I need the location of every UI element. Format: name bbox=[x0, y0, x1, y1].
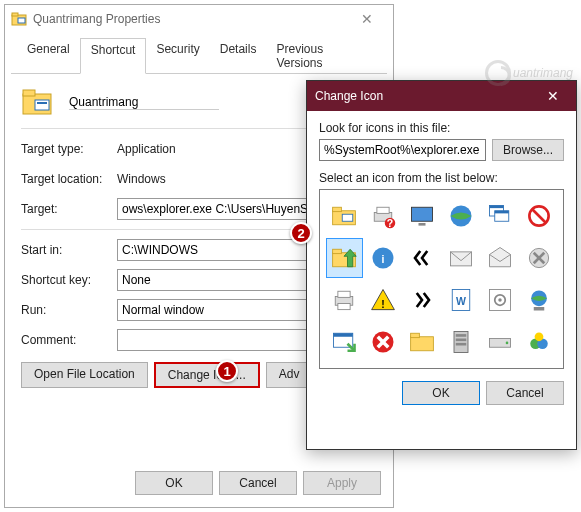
monitor-icon[interactable] bbox=[404, 196, 441, 236]
tab-details[interactable]: Details bbox=[210, 38, 267, 74]
change-icon-ok-button[interactable]: OK bbox=[402, 381, 480, 405]
svg-line-22 bbox=[532, 209, 546, 223]
ok-button[interactable]: OK bbox=[135, 471, 213, 495]
select-icon-label: Select an icon from the list below: bbox=[319, 171, 564, 185]
change-icon-cancel-button[interactable]: Cancel bbox=[486, 381, 564, 405]
error-icon[interactable] bbox=[365, 322, 402, 362]
icon-grid: ?i!W bbox=[319, 189, 564, 369]
cancel-circle-icon[interactable] bbox=[520, 238, 557, 278]
folder-shortcut-icon bbox=[11, 11, 27, 27]
svg-rect-47 bbox=[411, 337, 434, 351]
run-label: Run: bbox=[21, 303, 117, 317]
target-location-label: Target location: bbox=[21, 172, 117, 186]
printer-icon[interactable] bbox=[326, 280, 363, 320]
svg-rect-33 bbox=[338, 304, 350, 310]
no-entry-icon[interactable] bbox=[520, 196, 557, 236]
target-label: Target: bbox=[21, 202, 117, 216]
svg-rect-24 bbox=[333, 249, 342, 253]
tab-general[interactable]: General bbox=[17, 38, 80, 74]
svg-text:!: ! bbox=[381, 298, 385, 310]
svg-text:W: W bbox=[456, 295, 466, 307]
svg-text:?: ? bbox=[387, 217, 393, 229]
drive-icon[interactable] bbox=[481, 322, 518, 362]
svg-rect-43 bbox=[334, 333, 353, 337]
svg-rect-32 bbox=[338, 291, 350, 297]
svg-rect-1 bbox=[12, 13, 18, 16]
folder-up-icon[interactable] bbox=[326, 238, 363, 278]
change-icon-dialog: Change Icon ✕ Look for icons in this fil… bbox=[306, 80, 577, 450]
envelope-icon[interactable] bbox=[442, 238, 479, 278]
look-for-icons-label: Look for icons in this file: bbox=[319, 121, 564, 135]
titlebar: Quantrimang Properties ✕ bbox=[5, 5, 393, 33]
svg-rect-6 bbox=[37, 102, 47, 104]
chevrons-right-icon[interactable] bbox=[404, 280, 441, 320]
annotation-badge-2: 2 bbox=[290, 222, 312, 244]
svg-rect-20 bbox=[494, 211, 508, 214]
close-icon[interactable]: ✕ bbox=[538, 88, 568, 104]
shortcut-key-label: Shortcut key: bbox=[21, 273, 117, 287]
warning-icon[interactable]: ! bbox=[365, 280, 402, 320]
svg-rect-50 bbox=[456, 334, 467, 337]
target-type-label: Target type: bbox=[21, 142, 117, 156]
cancel-button[interactable]: Cancel bbox=[219, 471, 297, 495]
svg-rect-52 bbox=[456, 343, 467, 346]
svg-rect-9 bbox=[343, 214, 354, 221]
svg-point-54 bbox=[505, 342, 508, 345]
svg-rect-8 bbox=[333, 207, 342, 211]
msn-icon[interactable] bbox=[520, 322, 557, 362]
tabstrip: General Shortcut Security Details Previo… bbox=[11, 33, 387, 74]
annotation-badge-1: 1 bbox=[216, 360, 238, 382]
icon-path-input[interactable] bbox=[319, 139, 486, 161]
open-file-location-button[interactable]: Open File Location bbox=[21, 362, 148, 388]
comment-label: Comment: bbox=[21, 333, 117, 347]
change-icon-button[interactable]: Change Icon... bbox=[154, 362, 260, 388]
tab-previous-versions[interactable]: Previous Versions bbox=[266, 38, 381, 74]
printer-question-icon[interactable]: ? bbox=[365, 196, 402, 236]
svg-point-57 bbox=[534, 332, 543, 341]
tab-shortcut[interactable]: Shortcut bbox=[80, 38, 147, 74]
close-icon[interactable]: ✕ bbox=[347, 11, 387, 27]
svg-rect-15 bbox=[419, 223, 426, 226]
start-in-label: Start in: bbox=[21, 243, 117, 257]
footer-buttons: OK Cancel Apply bbox=[135, 471, 381, 495]
envelope-open-icon[interactable] bbox=[481, 238, 518, 278]
browse-button[interactable]: Browse... bbox=[492, 139, 564, 161]
tab-security[interactable]: Security bbox=[146, 38, 209, 74]
watermark-text: uantrimang bbox=[513, 66, 573, 80]
svg-rect-5 bbox=[35, 100, 49, 110]
windows-cascade-icon[interactable] bbox=[481, 196, 518, 236]
server-icon[interactable] bbox=[442, 322, 479, 362]
svg-rect-14 bbox=[412, 207, 433, 221]
globe-icon[interactable] bbox=[442, 196, 479, 236]
info-icon[interactable]: i bbox=[365, 238, 402, 278]
svg-rect-41 bbox=[533, 307, 544, 311]
folder-icon[interactable] bbox=[326, 196, 363, 236]
word-icon[interactable]: W bbox=[442, 280, 479, 320]
window-arrow-icon[interactable] bbox=[326, 322, 363, 362]
svg-rect-48 bbox=[411, 333, 420, 337]
shortcut-name-input[interactable] bbox=[69, 95, 219, 110]
folder-yellow-icon[interactable] bbox=[404, 322, 441, 362]
svg-text:i: i bbox=[382, 253, 385, 265]
change-icon-titlebar: Change Icon ✕ bbox=[307, 81, 576, 111]
network-globe-icon[interactable] bbox=[520, 280, 557, 320]
window-title: Quantrimang Properties bbox=[33, 12, 347, 26]
svg-rect-19 bbox=[489, 206, 503, 209]
svg-rect-4 bbox=[23, 90, 35, 96]
chevrons-left-icon[interactable] bbox=[404, 238, 441, 278]
svg-rect-51 bbox=[456, 339, 467, 342]
svg-rect-2 bbox=[18, 18, 25, 23]
svg-rect-11 bbox=[377, 207, 389, 213]
shortcut-large-icon bbox=[21, 86, 53, 118]
change-icon-title: Change Icon bbox=[315, 89, 538, 103]
apply-button[interactable]: Apply bbox=[303, 471, 381, 495]
gear-box-icon[interactable] bbox=[481, 280, 518, 320]
svg-point-39 bbox=[498, 298, 502, 302]
